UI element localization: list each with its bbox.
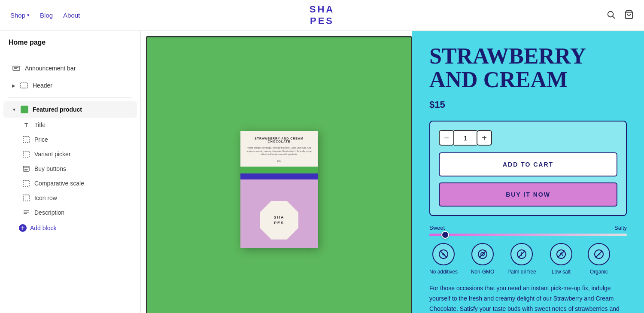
scale-labels: Sweet Salty bbox=[429, 225, 627, 231]
choc-title: STRAWBERRY AND CREAM CHOCOLATE bbox=[246, 137, 313, 143]
scale-right-label: Salty bbox=[614, 225, 627, 231]
scale-left-label: Sweet bbox=[429, 225, 445, 231]
svg-rect-14 bbox=[23, 195, 29, 201]
sidebar-item-announcement-bar-label: Announcement bar bbox=[25, 65, 76, 72]
choc-top: STRAWBERRY AND CREAM CHOCOLATE You're ov… bbox=[240, 131, 318, 167]
sidebar-sub-title[interactable]: T Title bbox=[3, 118, 137, 132]
quantity-row: − + bbox=[439, 130, 617, 146]
price-icon bbox=[22, 136, 30, 143]
scale-track[interactable] bbox=[429, 234, 627, 236]
svg-line-21 bbox=[479, 251, 486, 258]
sidebar-sub-price[interactable]: Price bbox=[3, 132, 137, 147]
choc-stripe-green bbox=[240, 167, 318, 173]
sidebar-title: Home page bbox=[0, 31, 140, 52]
low-salt-icon bbox=[550, 243, 572, 265]
content-area: STRAWBERRY AND CREAM CHOCOLATE You're ov… bbox=[141, 31, 644, 313]
icon-no-additives: No additives bbox=[429, 243, 458, 275]
sidebar-item-featured-product-label: Featured product bbox=[33, 106, 82, 113]
divider-1 bbox=[9, 56, 132, 56]
icon-organic: Organic bbox=[586, 243, 612, 275]
chevron-down-icon: ▾ bbox=[27, 12, 30, 18]
sub-price-label: Price bbox=[34, 136, 48, 143]
sub-icon-row-label: Icon row bbox=[34, 194, 57, 201]
product-section: STRAWBERRY AND CREAM CHOCOLATE You're ov… bbox=[141, 31, 644, 313]
svg-rect-3 bbox=[13, 66, 20, 70]
variant-picker-icon bbox=[22, 150, 30, 158]
search-icon[interactable] bbox=[606, 10, 616, 21]
organic-icon bbox=[588, 243, 610, 265]
announcement-bar-icon bbox=[12, 64, 21, 73]
svg-rect-8 bbox=[23, 151, 29, 157]
product-title: STRAWBERRY AND CREAM bbox=[429, 45, 627, 91]
choc-logo: SHAPES bbox=[260, 201, 298, 240]
svg-rect-13 bbox=[23, 180, 29, 186]
add-to-cart-button[interactable]: ADD TO CART bbox=[439, 152, 617, 176]
nav-links: Shop ▾ Blog About bbox=[10, 12, 80, 19]
sidebar-sub-description[interactable]: Description bbox=[3, 205, 137, 220]
sub-description-label: Description bbox=[34, 209, 64, 216]
no-additives-label: No additives bbox=[429, 269, 458, 275]
chevron-down-icon: ▼ bbox=[12, 107, 16, 112]
buy-it-now-button[interactable]: BUY IT NOW bbox=[439, 182, 617, 207]
icon-palm-oil-free: Palm oil free bbox=[507, 243, 536, 275]
main-layout: Home page Announcement bar ▶ Header bbox=[0, 31, 644, 313]
sidebar-sub-icon-row[interactable]: Icon row bbox=[3, 191, 137, 205]
quantity-increase-button[interactable]: + bbox=[477, 130, 492, 146]
choc-logo-text: SHAPES bbox=[273, 215, 284, 225]
chocolate-bar: STRAWBERRY AND CREAM CHOCOLATE You're ov… bbox=[240, 131, 318, 248]
featured-product-icon bbox=[21, 106, 28, 113]
product-image-area: STRAWBERRY AND CREAM CHOCOLATE You're ov… bbox=[146, 36, 412, 313]
quantity-decrease-button[interactable]: − bbox=[439, 130, 454, 146]
palm-oil-free-icon bbox=[510, 243, 533, 265]
organic-label: Organic bbox=[590, 269, 608, 275]
cart-icon[interactable] bbox=[624, 10, 634, 21]
product-description: For those occasions that you need an ins… bbox=[429, 283, 627, 313]
divider-2 bbox=[9, 97, 132, 98]
add-block-button[interactable]: + Add block bbox=[0, 220, 140, 236]
title-icon: T bbox=[22, 121, 30, 129]
low-salt-label: Low salt bbox=[552, 269, 571, 275]
sidebar-item-header[interactable]: ▶ Header bbox=[3, 77, 137, 94]
choc-body: You're overdue to indulge. Unwrap this b… bbox=[246, 146, 313, 156]
choc-weight: 70g bbox=[246, 160, 313, 162]
sidebar: Home page Announcement bar ▶ Header bbox=[0, 31, 141, 313]
non-gmo-icon bbox=[471, 243, 494, 265]
sidebar-sub-variant-picker[interactable]: Variant picker bbox=[3, 147, 137, 161]
non-gmo-label: Non-GMO bbox=[471, 269, 495, 275]
svg-rect-9 bbox=[23, 166, 29, 171]
add-block-label: Add block bbox=[30, 225, 56, 231]
product-price: $15 bbox=[429, 99, 627, 110]
icons-row: No additives Non-GMO bbox=[429, 243, 627, 275]
sidebar-item-header-label: Header bbox=[33, 82, 52, 89]
sub-title-label: Title bbox=[34, 122, 46, 128]
sidebar-sub-buy-buttons[interactable]: Buy buttons bbox=[3, 161, 137, 176]
sub-variant-picker-label: Variant picker bbox=[34, 151, 71, 158]
nav-blog[interactable]: Blog bbox=[40, 12, 53, 19]
choc-bottom: SHAPES bbox=[240, 179, 318, 248]
top-navigation: Shop ▾ Blog About SHAPES bbox=[0, 0, 644, 31]
svg-line-1 bbox=[613, 16, 615, 18]
svg-rect-6 bbox=[21, 83, 27, 88]
choc-stripe-blue bbox=[240, 173, 318, 179]
sidebar-item-announcement-bar[interactable]: Announcement bar bbox=[3, 60, 137, 77]
sidebar-item-featured-product[interactable]: ▼ Featured product bbox=[3, 101, 137, 118]
sidebar-sub-comparative-scale[interactable]: Comparative scale bbox=[3, 176, 137, 191]
icon-non-gmo: Non-GMO bbox=[470, 243, 495, 275]
svg-point-0 bbox=[608, 11, 614, 17]
scale-thumb[interactable] bbox=[441, 231, 449, 239]
purchase-box-wrapper: − + ADD TO CART BUY IT NOW bbox=[429, 121, 627, 216]
no-additives-icon bbox=[432, 243, 455, 265]
icon-low-salt: Low salt bbox=[548, 243, 574, 275]
chevron-right-icon: ▶ bbox=[12, 83, 15, 88]
comparative-scale-icon bbox=[22, 179, 30, 187]
nav-shop[interactable]: Shop ▾ bbox=[10, 12, 30, 19]
icon-row-icon bbox=[22, 194, 30, 202]
purchase-box: − + ADD TO CART BUY IT NOW bbox=[429, 121, 627, 216]
quantity-input[interactable] bbox=[454, 130, 477, 146]
brand-logo: SHAPES bbox=[310, 4, 334, 27]
nav-about[interactable]: About bbox=[63, 12, 80, 19]
description-icon bbox=[22, 209, 30, 216]
buy-buttons-icon bbox=[22, 165, 30, 173]
svg-rect-7 bbox=[23, 137, 29, 143]
comparative-scale: Sweet Salty bbox=[429, 225, 627, 236]
